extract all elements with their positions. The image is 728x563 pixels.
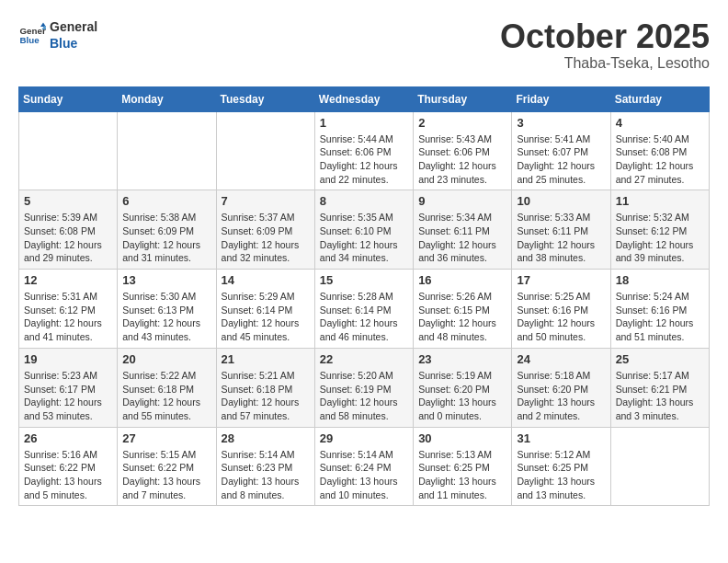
day-number: 14: [222, 273, 310, 287]
calendar-cell: 1Sunrise: 5:44 AMSunset: 6:06 PMDaylight…: [314, 111, 413, 190]
day-number: 5: [24, 194, 112, 208]
day-number: 11: [616, 194, 704, 208]
day-info: Sunrise: 5:15 AMSunset: 6:22 PMDaylight:…: [122, 448, 210, 502]
calendar-week-4: 19Sunrise: 5:23 AMSunset: 6:17 PMDayligh…: [19, 348, 710, 427]
day-number: 18: [616, 273, 704, 287]
calendar-cell: 7Sunrise: 5:37 AMSunset: 6:09 PMDaylight…: [216, 190, 314, 270]
column-header-wednesday: Wednesday: [314, 86, 413, 111]
day-info: Sunrise: 5:25 AMSunset: 6:16 PMDaylight:…: [517, 290, 605, 344]
calendar-cell: 10Sunrise: 5:33 AMSunset: 6:11 PMDayligh…: [512, 190, 610, 270]
calendar-cell: 20Sunrise: 5:22 AMSunset: 6:18 PMDayligh…: [118, 348, 216, 427]
calendar-cell: 27Sunrise: 5:15 AMSunset: 6:22 PMDayligh…: [118, 427, 216, 506]
day-info: Sunrise: 5:26 AMSunset: 6:15 PMDaylight:…: [418, 290, 506, 344]
column-header-thursday: Thursday: [414, 86, 512, 111]
day-info: Sunrise: 5:43 AMSunset: 6:06 PMDaylight:…: [418, 132, 506, 187]
day-number: 25: [616, 352, 704, 366]
day-number: 3: [517, 116, 605, 130]
day-number: 8: [320, 194, 408, 208]
day-number: 26: [24, 431, 112, 445]
column-header-friday: Friday: [512, 86, 610, 111]
day-info: Sunrise: 5:28 AMSunset: 6:14 PMDaylight:…: [320, 290, 408, 344]
day-number: 17: [517, 273, 605, 287]
day-info: Sunrise: 5:19 AMSunset: 6:20 PMDaylight:…: [418, 369, 506, 423]
day-info: Sunrise: 5:29 AMSunset: 6:14 PMDaylight:…: [222, 290, 310, 344]
day-info: Sunrise: 5:12 AMSunset: 6:25 PMDaylight:…: [517, 448, 605, 502]
calendar-cell: 2Sunrise: 5:43 AMSunset: 6:06 PMDaylight…: [414, 111, 512, 190]
calendar-cell: [118, 111, 216, 190]
calendar-cell: 22Sunrise: 5:20 AMSunset: 6:19 PMDayligh…: [314, 348, 413, 427]
title-section: October 2025 Thaba-Tseka, Lesotho: [500, 18, 710, 72]
day-number: 1: [320, 116, 408, 130]
day-info: Sunrise: 5:35 AMSunset: 6:10 PMDaylight:…: [320, 211, 408, 265]
calendar-cell: 14Sunrise: 5:29 AMSunset: 6:14 PMDayligh…: [216, 270, 314, 349]
column-header-monday: Monday: [118, 86, 216, 111]
day-number: 15: [320, 273, 408, 287]
day-info: Sunrise: 5:38 AMSunset: 6:09 PMDaylight:…: [122, 211, 210, 265]
day-info: Sunrise: 5:14 AMSunset: 6:24 PMDaylight:…: [320, 448, 408, 502]
calendar-cell: [610, 427, 709, 506]
day-number: 19: [24, 352, 112, 366]
day-info: Sunrise: 5:24 AMSunset: 6:16 PMDaylight:…: [616, 290, 704, 344]
calendar-cell: 15Sunrise: 5:28 AMSunset: 6:14 PMDayligh…: [314, 270, 413, 349]
day-number: 31: [517, 431, 605, 445]
day-number: 21: [222, 352, 310, 366]
calendar-cell: 9Sunrise: 5:34 AMSunset: 6:11 PMDaylight…: [414, 190, 512, 270]
calendar-cell: 6Sunrise: 5:38 AMSunset: 6:09 PMDaylight…: [118, 190, 216, 270]
calendar-cell: 23Sunrise: 5:19 AMSunset: 6:20 PMDayligh…: [414, 348, 512, 427]
calendar-cell: 13Sunrise: 5:30 AMSunset: 6:13 PMDayligh…: [118, 270, 216, 349]
day-info: Sunrise: 5:13 AMSunset: 6:25 PMDaylight:…: [418, 448, 506, 502]
calendar-table: SundayMondayTuesdayWednesdayThursdayFrid…: [18, 86, 710, 507]
day-info: Sunrise: 5:21 AMSunset: 6:18 PMDaylight:…: [222, 369, 310, 423]
day-info: Sunrise: 5:22 AMSunset: 6:18 PMDaylight:…: [122, 369, 210, 423]
calendar-cell: 16Sunrise: 5:26 AMSunset: 6:15 PMDayligh…: [414, 270, 512, 349]
calendar-cell: 31Sunrise: 5:12 AMSunset: 6:25 PMDayligh…: [512, 427, 610, 506]
logo-text: General Blue: [50, 18, 97, 52]
day-number: 27: [122, 431, 210, 445]
day-info: Sunrise: 5:20 AMSunset: 6:19 PMDaylight:…: [320, 369, 408, 423]
day-info: Sunrise: 5:32 AMSunset: 6:12 PMDaylight:…: [616, 211, 704, 265]
day-info: Sunrise: 5:18 AMSunset: 6:20 PMDaylight:…: [517, 369, 605, 423]
calendar-cell: 24Sunrise: 5:18 AMSunset: 6:20 PMDayligh…: [512, 348, 610, 427]
calendar-cell: 30Sunrise: 5:13 AMSunset: 6:25 PMDayligh…: [414, 427, 512, 506]
svg-marker-2: [40, 23, 46, 28]
day-info: Sunrise: 5:44 AMSunset: 6:06 PMDaylight:…: [320, 132, 408, 187]
page-header: General Blue General Blue October 2025 T…: [18, 18, 710, 72]
calendar-cell: 3Sunrise: 5:41 AMSunset: 6:07 PMDaylight…: [512, 111, 610, 190]
day-info: Sunrise: 5:17 AMSunset: 6:21 PMDaylight:…: [616, 369, 704, 423]
day-number: 10: [517, 194, 605, 208]
calendar-cell: [19, 111, 118, 190]
day-number: 22: [320, 352, 408, 366]
column-header-tuesday: Tuesday: [216, 86, 314, 111]
svg-text:Blue: Blue: [20, 35, 40, 45]
calendar-cell: 28Sunrise: 5:14 AMSunset: 6:23 PMDayligh…: [216, 427, 314, 506]
logo-icon: General Blue: [18, 21, 46, 49]
calendar-week-5: 26Sunrise: 5:16 AMSunset: 6:22 PMDayligh…: [19, 427, 710, 506]
calendar-cell: 4Sunrise: 5:40 AMSunset: 6:08 PMDaylight…: [610, 111, 709, 190]
day-info: Sunrise: 5:34 AMSunset: 6:11 PMDaylight:…: [418, 211, 506, 265]
day-info: Sunrise: 5:31 AMSunset: 6:12 PMDaylight:…: [24, 290, 112, 344]
day-info: Sunrise: 5:23 AMSunset: 6:17 PMDaylight:…: [24, 369, 112, 423]
day-info: Sunrise: 5:40 AMSunset: 6:08 PMDaylight:…: [616, 132, 704, 187]
column-header-sunday: Sunday: [19, 86, 118, 111]
day-number: 7: [222, 194, 310, 208]
calendar-cell: 12Sunrise: 5:31 AMSunset: 6:12 PMDayligh…: [19, 270, 118, 349]
day-number: 13: [122, 273, 210, 287]
day-number: 6: [122, 194, 210, 208]
calendar-header-row: SundayMondayTuesdayWednesdayThursdayFrid…: [19, 86, 710, 111]
day-info: Sunrise: 5:16 AMSunset: 6:22 PMDaylight:…: [24, 448, 112, 502]
calendar-cell: 8Sunrise: 5:35 AMSunset: 6:10 PMDaylight…: [314, 190, 413, 270]
calendar-cell: 19Sunrise: 5:23 AMSunset: 6:17 PMDayligh…: [19, 348, 118, 427]
calendar-cell: 18Sunrise: 5:24 AMSunset: 6:16 PMDayligh…: [610, 270, 709, 349]
calendar-cell: 5Sunrise: 5:39 AMSunset: 6:08 PMDaylight…: [19, 190, 118, 270]
day-number: 4: [616, 116, 704, 130]
day-number: 23: [418, 352, 506, 366]
column-header-saturday: Saturday: [610, 86, 709, 111]
month-title: October 2025: [500, 18, 710, 55]
calendar-cell: 29Sunrise: 5:14 AMSunset: 6:24 PMDayligh…: [314, 427, 413, 506]
location: Thaba-Tseka, Lesotho: [500, 55, 710, 72]
calendar-cell: [216, 111, 314, 190]
svg-text:General: General: [20, 26, 47, 36]
calendar-cell: 21Sunrise: 5:21 AMSunset: 6:18 PMDayligh…: [216, 348, 314, 427]
day-number: 28: [222, 431, 310, 445]
day-info: Sunrise: 5:39 AMSunset: 6:08 PMDaylight:…: [24, 211, 112, 265]
